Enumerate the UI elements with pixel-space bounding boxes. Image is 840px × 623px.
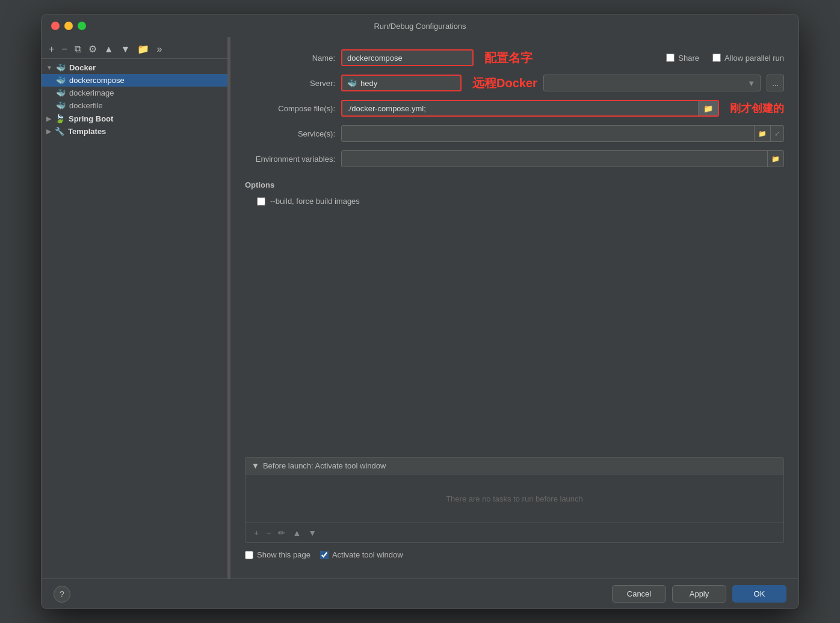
sidebar-toolbar: + − ⧉ ⚙ ▲ ▼ 📁 » xyxy=(42,40,227,59)
share-checkbox[interactable] xyxy=(666,54,675,62)
show-page-label: Show this page xyxy=(257,550,310,559)
main-window: Run/Debug Configurations + − ⧉ ⚙ ▲ ▼ 📁 »… xyxy=(41,14,799,609)
footer-left: ? xyxy=(54,586,70,603)
title-bar: Run/Debug Configurations xyxy=(42,14,798,37)
env-input[interactable] xyxy=(342,152,767,166)
sidebar-item-label: Templates xyxy=(68,127,106,136)
dropdown-arrow-icon: ▼ xyxy=(747,79,755,88)
ok-button[interactable]: OK xyxy=(732,585,786,603)
server-dropdown-full[interactable]: ▼ xyxy=(543,75,761,91)
sidebar-item-label: dockerimage xyxy=(69,88,114,97)
name-annotation: 配置名字 xyxy=(484,50,533,66)
name-input[interactable] xyxy=(341,49,474,66)
options-title: Options xyxy=(245,180,784,189)
before-launch-title: Before launch: Activate tool window xyxy=(263,461,386,470)
help-button[interactable]: ? xyxy=(54,586,70,603)
before-launch-add-btn[interactable]: + xyxy=(252,527,261,539)
before-launch-section: ▼ Before launch: Activate tool window Th… xyxy=(245,457,784,543)
copy-config-button[interactable]: ⧉ xyxy=(72,43,84,56)
add-config-button[interactable]: + xyxy=(46,43,57,56)
sidebar-item-springboot[interactable]: ▶ 🍃 Spring Boot xyxy=(42,112,227,125)
sidebar-item-label: dockercompose xyxy=(69,76,125,85)
compose-file-row: Compose file(s): ./docker-compose.yml; 📁… xyxy=(245,100,784,117)
before-launch-arrow: ▼ xyxy=(252,461,259,470)
main-panel: Name: 配置名字 Share Allow parallel run Serv… xyxy=(230,37,798,578)
env-input-area: 📁 xyxy=(341,150,784,167)
move-down-button[interactable]: ▼ xyxy=(119,43,133,56)
footer: ? Cancel Apply OK xyxy=(42,578,798,609)
services-label: Service(s): xyxy=(245,129,335,138)
cancel-button[interactable]: Cancel xyxy=(612,585,666,603)
wrench-button[interactable]: ⚙ xyxy=(86,42,99,56)
server-row: Server: 🐳 hedy 远程Docker ▼ ... xyxy=(245,75,784,91)
compose-file-area: ./docker-compose.yml; 📁 xyxy=(341,100,719,117)
sidebar-item-label: Docker xyxy=(69,63,96,72)
minimize-button[interactable] xyxy=(64,22,73,30)
build-checkbox[interactable] xyxy=(257,197,265,206)
sidebar-item-templates[interactable]: ▶ 🔧 Templates xyxy=(42,125,227,138)
sidebar-item-dockerfile[interactable]: 🐳 dockerfile xyxy=(42,99,227,112)
server-docker-icon: 🐳 xyxy=(347,79,357,88)
remove-config-button[interactable]: − xyxy=(59,43,69,56)
dockerfile-icon: 🐳 xyxy=(56,101,66,110)
services-expand-btn[interactable]: ⤢ xyxy=(770,126,783,141)
before-launch-body: There are no tasks to run before launch xyxy=(246,474,783,523)
share-checkbox-row[interactable]: Share xyxy=(666,54,699,63)
no-tasks-text: There are no tasks to run before launch xyxy=(446,494,583,503)
server-value: hedy xyxy=(360,79,377,88)
folder-button[interactable]: 📁 xyxy=(135,42,152,56)
sidebar-item-docker[interactable]: ▼ 🐳 Docker xyxy=(42,61,227,74)
springboot-icon: 🍃 xyxy=(55,114,65,123)
sidebar-item-dockerimage[interactable]: 🐳 dockerimage xyxy=(42,87,227,99)
before-launch-up-btn[interactable]: ▲ xyxy=(290,527,303,539)
services-folder-btn[interactable]: 📁 xyxy=(754,126,770,141)
share-label: Share xyxy=(678,54,699,63)
window-title: Run/Debug Configurations xyxy=(374,22,466,31)
services-input[interactable] xyxy=(342,127,754,141)
server-dropdown-selected[interactable]: 🐳 hedy xyxy=(341,75,462,91)
before-launch-header[interactable]: ▼ Before launch: Activate tool window xyxy=(246,458,783,474)
dockerimage-icon: 🐳 xyxy=(56,88,66,97)
springboot-expand-arrow: ▶ xyxy=(46,115,51,122)
compose-file-folder-btn[interactable]: 📁 xyxy=(698,101,718,115)
parallel-checkbox[interactable] xyxy=(712,54,721,62)
env-folder-btn[interactable]: 📁 xyxy=(767,151,783,167)
build-label: --build, force build images xyxy=(270,197,360,206)
close-button[interactable] xyxy=(51,22,60,30)
sidebar-item-label: dockerfile xyxy=(69,101,103,110)
sidebar-item-dockercompose[interactable]: 🐳 dockercompose xyxy=(42,74,227,87)
build-checkbox-row: --build, force build images xyxy=(257,197,784,206)
name-row: Name: 配置名字 Share Allow parallel run xyxy=(245,49,784,66)
compose-annotation: 刚才创建的 xyxy=(730,101,784,115)
env-row: Environment variables: 📁 xyxy=(245,150,784,167)
activate-window-checkbox[interactable] xyxy=(320,551,329,559)
before-launch-down-btn[interactable]: ▼ xyxy=(306,527,319,539)
more-actions-button[interactable]: » xyxy=(154,43,164,56)
content-area: + − ⧉ ⚙ ▲ ▼ 📁 » ▼ 🐳 Docker 🐳 dockercompo… xyxy=(42,37,798,578)
services-input-area: 📁 ⤢ xyxy=(341,125,784,142)
show-page-checkbox[interactable] xyxy=(245,551,253,559)
before-launch-toolbar: + − ✏ ▲ ▼ xyxy=(246,523,783,542)
name-label: Name: xyxy=(245,54,335,63)
docker-icon: 🐳 xyxy=(56,63,66,72)
server-annotation: 远程Docker xyxy=(472,75,537,91)
sidebar-item-label: Spring Boot xyxy=(69,114,113,123)
bottom-checkboxes: Show this page Activate tool window xyxy=(245,550,784,559)
templates-expand-arrow: ▶ xyxy=(46,128,51,135)
before-launch-remove-btn[interactable]: − xyxy=(264,527,273,539)
parallel-checkbox-row[interactable]: Allow parallel run xyxy=(712,54,784,63)
env-label: Environment variables: xyxy=(245,155,335,164)
server-more-button[interactable]: ... xyxy=(767,75,784,91)
before-launch-edit-btn[interactable]: ✏ xyxy=(276,527,288,539)
move-up-button[interactable]: ▲ xyxy=(102,43,116,56)
sidebar: + − ⧉ ⚙ ▲ ▼ 📁 » ▼ 🐳 Docker 🐳 dockercompo… xyxy=(42,37,228,578)
server-label: Server: xyxy=(245,79,335,88)
parallel-label: Allow parallel run xyxy=(724,54,784,63)
compose-label: Compose file(s): xyxy=(245,104,335,113)
dockercompose-icon: 🐳 xyxy=(56,76,66,85)
docker-expand-arrow: ▼ xyxy=(46,64,52,71)
compose-file-value: ./docker-compose.yml; xyxy=(342,102,698,115)
activate-window-checkbox-row: Activate tool window xyxy=(320,550,403,559)
apply-button[interactable]: Apply xyxy=(672,585,726,603)
maximize-button[interactable] xyxy=(78,22,86,30)
